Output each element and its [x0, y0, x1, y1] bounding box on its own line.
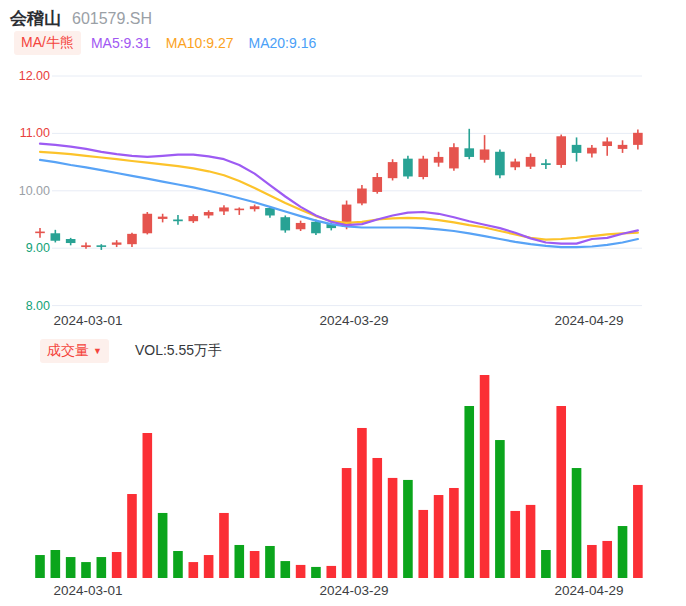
volume-chart-canvas[interactable]	[0, 365, 686, 581]
volume-bar	[572, 468, 582, 578]
candle	[143, 212, 153, 234]
volume-bar	[587, 545, 597, 578]
volume-bar	[372, 458, 382, 578]
volume-bar	[173, 551, 183, 578]
candle	[526, 153, 536, 168]
candle-body	[587, 148, 597, 154]
candle-body	[81, 245, 91, 247]
candle-body	[250, 206, 260, 209]
volume-bar	[434, 495, 444, 578]
candle	[219, 205, 229, 215]
ma5-line	[40, 144, 638, 244]
candlestick-chart[interactable]	[0, 60, 686, 312]
volume-bar	[495, 440, 505, 578]
volume-bar	[388, 478, 398, 578]
volume-value-label: VOL:5.55万手	[135, 342, 222, 360]
candlestick-chart-canvas[interactable]	[0, 60, 686, 312]
volume-bar	[602, 541, 612, 578]
candle-body	[526, 157, 536, 167]
volume-bar	[35, 555, 45, 578]
stock-chart-page: 会稽山 601579.SH MA/牛熊 MA5:9.31 MA10:9.27 M…	[0, 0, 686, 606]
x-axis-label: 2024-03-29	[319, 313, 388, 328]
dropdown-arrow-icon: ▼	[93, 346, 102, 356]
candle	[541, 159, 551, 169]
volume-bar	[311, 567, 321, 578]
candle-body	[602, 141, 612, 146]
candle-body	[112, 242, 122, 244]
ma-legend-row: MA/牛熊 MA5:9.31 MA10:9.27 MA20:9.16	[14, 31, 316, 55]
volume-bar	[143, 433, 153, 578]
x-axis-label: 2024-04-29	[554, 583, 623, 598]
x-axis-label: 2024-03-01	[53, 313, 122, 328]
volume-bar	[112, 552, 122, 578]
x-axis-label: 2024-03-01	[53, 583, 122, 598]
x-axis-label: 2024-04-29	[554, 313, 623, 328]
candle-body	[618, 145, 628, 149]
candle-body	[127, 234, 137, 244]
candle	[112, 240, 122, 247]
candle	[372, 173, 382, 194]
candle-body	[158, 217, 168, 219]
candle-body	[219, 207, 229, 211]
volume-chart[interactable]	[0, 365, 686, 581]
volume-bar	[127, 494, 137, 578]
volume-bar	[234, 545, 244, 578]
candle-body	[464, 148, 474, 157]
volume-bar	[541, 550, 551, 578]
candle-body	[51, 233, 61, 240]
candle-body	[143, 214, 153, 234]
volume-bar	[296, 565, 306, 578]
candle-body	[35, 232, 45, 234]
volume-x-axis: 2024-03-012024-03-292024-04-29	[0, 583, 686, 601]
candle-body	[189, 216, 199, 221]
candle	[280, 215, 290, 232]
volume-bar	[403, 480, 413, 578]
candle-body	[66, 239, 76, 243]
candle-body	[633, 133, 643, 145]
candle-body	[97, 245, 107, 247]
candle	[510, 159, 520, 170]
ma10-value-label: MA10:9.27	[166, 35, 234, 51]
ma-toggle-button[interactable]: MA/牛熊	[14, 31, 81, 55]
candle	[158, 214, 168, 223]
candle	[556, 135, 566, 168]
volume-bar	[526, 505, 536, 578]
volume-bar	[265, 546, 275, 578]
candle	[418, 156, 428, 180]
candle-body	[296, 223, 306, 229]
volume-bar	[618, 526, 628, 578]
chart-header: 会稽山 601579.SH	[10, 7, 152, 30]
x-axis-label: 2024-03-29	[319, 583, 388, 598]
volume-toggle-button[interactable]: 成交量 ▼	[40, 339, 109, 363]
candle	[204, 210, 214, 218]
candle-body	[204, 212, 214, 215]
candle	[51, 230, 61, 243]
candle	[388, 159, 398, 180]
candle	[189, 214, 199, 223]
candle	[173, 215, 183, 225]
volume-bar	[342, 468, 352, 578]
candle-body	[510, 162, 520, 168]
volume-bar	[556, 406, 566, 578]
candle-body	[556, 136, 566, 165]
candle	[449, 143, 459, 171]
candle-body	[372, 177, 382, 192]
candle-body	[495, 152, 505, 176]
volume-bar	[219, 513, 229, 578]
candle-body	[541, 163, 551, 165]
ma20-value-label: MA20:9.16	[249, 35, 317, 51]
candle-body	[403, 159, 413, 177]
candle-body	[449, 147, 459, 168]
candle	[572, 137, 582, 161]
candle-body	[480, 149, 490, 159]
ma-toggle-label: MA/牛熊	[21, 34, 74, 52]
candle-body	[357, 189, 367, 204]
volume-bar	[189, 562, 199, 578]
candle	[234, 207, 244, 214]
candle-body	[388, 162, 398, 178]
candle-body	[234, 209, 244, 211]
candle-body	[418, 159, 428, 177]
candle-body	[265, 208, 275, 215]
volume-bar	[449, 488, 459, 578]
candle-body	[434, 157, 444, 163]
